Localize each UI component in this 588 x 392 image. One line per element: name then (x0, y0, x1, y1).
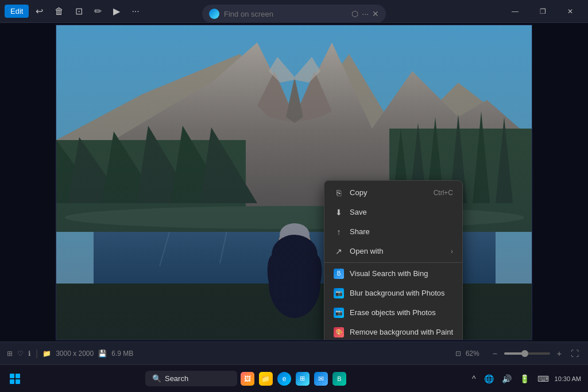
context-menu: ⎘ Copy Ctrl+C ⬇ Save ↑ Share ↗ Open with… (324, 180, 463, 340)
find-input[interactable] (224, 10, 347, 18)
zoom-slider-thumb (521, 350, 528, 357)
save-icon: ⬇ (334, 207, 344, 218)
tray-keyboard-icon[interactable]: ⌨ (535, 373, 551, 385)
title-bar-controls: — ❐ ✕ (502, 2, 583, 21)
restore-button[interactable]: ❐ (529, 2, 556, 21)
status-heart-icon[interactable]: ♡ (17, 350, 24, 358)
zoom-out-button[interactable]: − (490, 348, 500, 359)
close-button[interactable]: ✕ (557, 2, 583, 21)
fit-window-icon[interactable]: ⛶ (568, 348, 581, 359)
status-dimensions: 3000 x 2000 (56, 350, 94, 358)
video-icon[interactable]: ▶ (109, 2, 125, 20)
system-tray: ^ 🌐 🔊 🔋 ⌨ 10:30 AM (470, 373, 581, 385)
start-button[interactable] (7, 371, 23, 387)
zoom-controls: ⊡ 62% − + ⛶ (455, 348, 581, 359)
taskbar-edge-icon[interactable]: e (276, 371, 292, 387)
find-bar: ⬡ ··· ✕ (202, 5, 386, 23)
photos-icon-2: 📷 (334, 308, 344, 318)
taskbar-right: ^ 🌐 🔊 🔋 ⌨ 10:30 AM (470, 373, 581, 385)
paint-icon: 🎨 (334, 327, 344, 337)
windows-logo (10, 374, 20, 384)
tray-time[interactable]: 10:30 AM (555, 375, 581, 382)
zoom-in-button[interactable]: + (555, 348, 564, 359)
bar-close-icon[interactable]: ✕ (372, 9, 379, 18)
status-info-icon[interactable]: ℹ (28, 350, 31, 358)
undo-icon[interactable]: ↩ (31, 2, 48, 20)
more-icon[interactable]: ··· (127, 3, 144, 20)
edit-button[interactable]: Edit (5, 5, 29, 18)
minimize-button[interactable]: — (502, 2, 528, 21)
context-menu-copy[interactable]: ⎘ Copy Ctrl+C (324, 183, 462, 203)
tray-battery-icon[interactable]: 🔋 (517, 373, 532, 385)
status-folder-icon: 📁 (42, 350, 51, 358)
app-logo (209, 9, 219, 19)
zoom-slider[interactable] (504, 352, 550, 355)
zoom-slider-fill (504, 352, 523, 355)
menu-separator (324, 262, 462, 263)
context-menu-visual-search[interactable]: B Visual Search with Bing (324, 264, 462, 284)
photos-icon-1: 📷 (334, 288, 344, 298)
bing-icon: B (334, 269, 344, 279)
taskbar-file-explorer-icon[interactable]: 📁 (258, 371, 274, 387)
draw-icon[interactable]: ✏ (90, 2, 106, 20)
copy-icon: ⎘ (334, 188, 344, 198)
share-icon: ↑ (334, 227, 344, 237)
context-menu-open-with[interactable]: ↗ Open with › (324, 242, 462, 261)
main-image: ⎘ Copy Ctrl+C ⬇ Save ↑ Share ↗ Open with… (56, 25, 532, 340)
taskbar-start (7, 371, 23, 387)
context-menu-save[interactable]: ⬇ Save (324, 203, 462, 222)
taskbar-search-label: Search (165, 374, 188, 383)
bar-ellipsis-icon[interactable]: ··· (362, 9, 369, 18)
tray-network-icon[interactable]: 🌐 (482, 373, 496, 385)
zoom-value: 62% (466, 350, 486, 358)
taskbar-search-icon: 🔍 (152, 374, 161, 383)
open-with-icon: ↗ (334, 246, 344, 257)
tray-sound-icon[interactable]: 🔊 (500, 373, 514, 385)
submenu-arrow-icon: › (451, 247, 453, 255)
context-menu-blur-bg[interactable]: 📷 Blur background with Photos (324, 284, 462, 303)
taskbar: 🔍 Search 🖼 📁 e ⊞ ✉ B (0, 364, 588, 392)
context-menu-erase-objects[interactable]: 📷 Erase objects with Photos (324, 303, 462, 323)
image-area: ⎘ Copy Ctrl+C ⬇ Save ↑ Share ↗ Open with… (0, 23, 588, 341)
status-separator-1: | (36, 348, 38, 359)
bar-icons: ⬡ ··· ✕ (351, 9, 379, 18)
taskbar-bing-icon[interactable]: B (331, 371, 347, 387)
taskbar-store-icon[interactable]: ⊞ (295, 371, 311, 387)
taskbar-search[interactable]: 🔍 Search (145, 371, 237, 386)
taskbar-center: 🔍 Search 🖼 📁 e ⊞ ✉ B (23, 371, 470, 387)
taskbar-mail-icon[interactable]: ✉ (313, 371, 329, 387)
status-filesize: 6.9 MB (111, 350, 133, 358)
context-menu-share[interactable]: ↑ Share (324, 222, 462, 242)
status-bar: ⊞ ♡ ℹ | 📁 3000 x 2000 💾 6.9 MB ⊡ 62% − +… (0, 341, 588, 364)
bar-icon-1: ⬡ (351, 9, 358, 18)
status-filesize-icon: 💾 (98, 350, 107, 358)
context-menu-remove-bg[interactable]: 🎨 Remove background with Paint (324, 323, 462, 340)
tray-chevron-icon[interactable]: ^ (470, 373, 478, 385)
taskbar-photos-icon[interactable]: 🖼 (239, 371, 256, 387)
status-gallery-icon[interactable]: ⊞ (7, 350, 13, 358)
status-display-icon: ⊡ (455, 350, 461, 358)
delete-icon[interactable]: 🗑 (50, 3, 68, 20)
app-window: Edit ↩ 🗑 ⊡ ✏ ▶ ··· ⬡ ··· ✕ — ❐ ✕ (0, 0, 588, 392)
toolbar: Edit ↩ 🗑 ⊡ ✏ ▶ ··· ⬡ ··· ✕ — ❐ ✕ (0, 0, 588, 23)
crop-icon[interactable]: ⊡ (71, 2, 87, 20)
